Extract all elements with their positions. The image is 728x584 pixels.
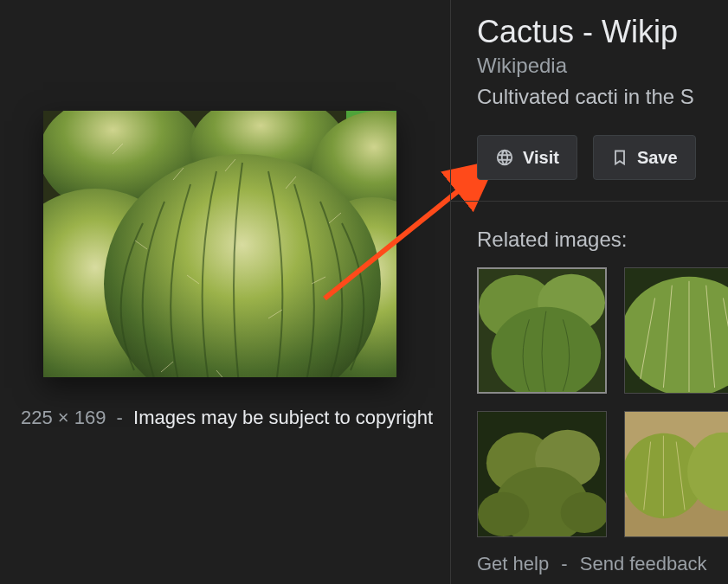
related-images-grid — [477, 267, 728, 537]
image-preview-pane: 225 × 169 - Images may be subject to cop… — [0, 0, 450, 584]
main-image[interactable] — [43, 111, 396, 377]
page-title[interactable]: Cactus - Wikip — [477, 14, 728, 50]
visit-button[interactable]: Visit — [477, 135, 577, 180]
related-image-thumb[interactable] — [624, 267, 728, 394]
action-buttons: Visit Save — [477, 135, 728, 180]
separator: - — [117, 407, 123, 428]
related-images-heading: Related images: — [477, 228, 728, 252]
separator: - — [561, 553, 567, 574]
related-image-thumb[interactable] — [624, 411, 728, 537]
send-feedback-link[interactable]: Send feedback — [580, 553, 707, 574]
visit-button-label: Visit — [523, 148, 559, 168]
related-image-thumb[interactable] — [477, 267, 607, 394]
detail-pane: Cactus - Wikip Wikipedia Cultivated cact… — [450, 0, 728, 584]
section-divider — [451, 201, 728, 202]
page-description: Cultivated cacti in the S — [477, 85, 728, 109]
save-button-label: Save — [637, 148, 678, 168]
get-help-link[interactable]: Get help — [477, 553, 549, 574]
image-dimensions: 225 × 169 — [21, 407, 106, 428]
bookmark-icon — [611, 148, 628, 167]
save-button[interactable]: Save — [593, 135, 696, 180]
footer-links: Get help - Send feedback — [477, 553, 707, 575]
page-source[interactable]: Wikipedia — [477, 54, 728, 78]
globe-icon — [495, 148, 514, 167]
related-image-thumb[interactable] — [477, 411, 607, 537]
image-dimensions-line: 225 × 169 - Images may be subject to cop… — [21, 407, 433, 429]
svg-point-36 — [478, 492, 529, 536]
copyright-notice[interactable]: Images may be subject to copyright — [133, 407, 433, 428]
